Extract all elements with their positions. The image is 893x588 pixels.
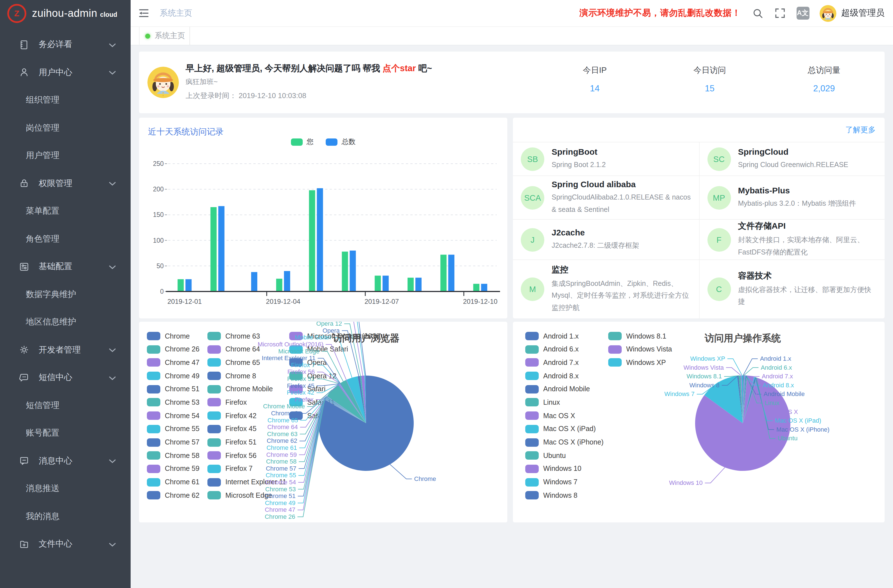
legend-item-Chrome 64[interactable]: Chrome 64 xyxy=(207,345,286,353)
sidebar-item-地区信息维护[interactable]: 地区信息维护 xyxy=(0,308,131,336)
legend-item-Chrome 58[interactable]: Chrome 58 xyxy=(147,451,200,460)
legend-swatch xyxy=(608,358,622,367)
legend-item-Android Mobile[interactable]: Android Mobile xyxy=(525,385,603,394)
legend-item-Safari 11[interactable]: Safari 11 xyxy=(289,398,382,407)
sidebar-item-消息推送[interactable]: 消息推送 xyxy=(0,475,131,502)
legend-label: Chrome 62 xyxy=(165,492,200,499)
svg-text:Android 8.x: Android 8.x xyxy=(763,382,794,389)
legend-item-Firefox 42[interactable]: Firefox 42 xyxy=(207,411,286,420)
legend-swatch xyxy=(147,345,160,353)
legend-item-Windows 8.1[interactable]: Windows 8.1 xyxy=(608,332,672,340)
legend-label: Safari xyxy=(307,385,325,393)
fullscreen-icon[interactable] xyxy=(774,8,785,18)
legend-item-Chrome 51[interactable]: Chrome 51 xyxy=(147,385,200,394)
legend-label: Windows Vista xyxy=(626,345,672,353)
sidebar-item-用户管理[interactable]: 用户管理 xyxy=(0,142,131,170)
legend-label: Safari 11 xyxy=(307,399,335,406)
sidebar-item-消息中心[interactable]: 消息中心 xyxy=(0,447,131,475)
legend-item-Firefox[interactable]: Firefox xyxy=(207,398,286,407)
legend-swatch xyxy=(207,425,221,433)
sidebar-item-数据字典维护[interactable]: 数据字典维护 xyxy=(0,281,131,308)
legend-item-Mobile Safari[interactable]: Mobile Safari xyxy=(289,345,382,353)
legend-item-Windows XP[interactable]: Windows XP xyxy=(608,358,672,367)
learn-more-link[interactable]: 了解更多 xyxy=(845,125,876,135)
sidebar-item-文件中心[interactable]: 文件中心 xyxy=(0,530,131,558)
legend-item-Ubuntu[interactable]: Ubuntu xyxy=(525,451,603,460)
legend-item-您[interactable]: 您 xyxy=(291,137,314,147)
legend-item-Mac OS X (iPhone)[interactable]: Mac OS X (iPhone) xyxy=(525,438,603,447)
legend-item-Linux[interactable]: Linux xyxy=(525,398,603,407)
legend-item-Chrome 65[interactable]: Chrome 65 xyxy=(207,358,286,367)
collapse-menu-icon[interactable] xyxy=(138,7,150,19)
legend-item-Chrome 8[interactable]: Chrome 8 xyxy=(207,371,286,380)
sidebar-item-组织管理[interactable]: 组织管理 xyxy=(0,86,131,114)
legend-item-Chrome Mobile[interactable]: Chrome Mobile xyxy=(207,385,286,394)
legend-item-Opera 12[interactable]: Opera 12 xyxy=(289,371,382,380)
legend-label: Android 6.x xyxy=(543,345,579,353)
sidebar-item-账号配置[interactable]: 账号配置 xyxy=(0,419,131,447)
legend-item-Microsoft Edge[interactable]: Microsoft Edge xyxy=(207,491,286,500)
legend-item-Chrome 47[interactable]: Chrome 47 xyxy=(147,358,200,367)
legend-item-Firefox 45[interactable]: Firefox 45 xyxy=(207,425,286,433)
legend-item-Firefox 51[interactable]: Firefox 51 xyxy=(207,438,286,447)
legend-swatch xyxy=(525,371,539,380)
legend-item-Chrome 53[interactable]: Chrome 53 xyxy=(147,398,200,407)
sidebar-item-我的消息[interactable]: 我的消息 xyxy=(0,502,131,530)
stat-value[interactable]: 2,029 xyxy=(779,84,869,93)
legend-item-Safari[interactable]: Safari xyxy=(289,385,382,394)
legend-swatch xyxy=(525,465,539,473)
legend-item-Windows 10[interactable]: Windows 10 xyxy=(525,465,603,473)
stat-value[interactable]: 15 xyxy=(665,84,755,93)
sidebar-item-短信中心[interactable]: 短信中心 xyxy=(0,364,131,391)
legend-item-Mac OS X (iPad)[interactable]: Mac OS X (iPad) xyxy=(525,425,603,433)
breadcrumb[interactable]: 系统主页 xyxy=(160,8,192,18)
sidebar-item-基础配置[interactable]: 基础配置 xyxy=(0,253,131,281)
legend-item-Opera[interactable]: Opera xyxy=(289,358,382,367)
legend-swatch xyxy=(147,332,160,340)
legend-item-Chrome 63[interactable]: Chrome 63 xyxy=(207,332,286,340)
app-logo[interactable]: Z zuihou-admin cloud xyxy=(0,0,131,26)
sidebar-item-用户中心[interactable]: 用户中心 xyxy=(0,59,131,86)
legend-item-Chrome 54[interactable]: Chrome 54 xyxy=(147,411,200,420)
legend-item-Internet Explorer 11[interactable]: Internet Explorer 11 xyxy=(207,478,286,486)
legend-item-Chrome 26[interactable]: Chrome 26 xyxy=(147,345,200,353)
legend-item-Windows 8[interactable]: Windows 8 xyxy=(525,491,603,500)
sidebar-item-角色管理[interactable]: 角色管理 xyxy=(0,225,131,253)
legend-item-Android 1.x[interactable]: Android 1.x xyxy=(525,332,603,340)
sidebar-item-岗位管理[interactable]: 岗位管理 xyxy=(0,114,131,142)
legend-item-Android 8.x[interactable]: Android 8.x xyxy=(525,371,603,380)
legend-item-Android 6.x[interactable]: Android 6.x xyxy=(525,345,603,353)
search-icon[interactable] xyxy=(752,8,763,19)
app-title-suffix: cloud xyxy=(100,11,117,18)
legend-item-Mac OS X[interactable]: Mac OS X xyxy=(525,411,603,420)
sidebar-item-权限管理[interactable]: 权限管理 xyxy=(0,170,131,197)
legend-item-Chrome[interactable]: Chrome xyxy=(147,332,200,340)
legend-label: Opera 12 xyxy=(307,372,336,380)
stat-value[interactable]: 14 xyxy=(550,84,640,93)
legend-item-Chrome 62[interactable]: Chrome 62 xyxy=(147,491,200,500)
legend-item-Windows Vista[interactable]: Windows Vista xyxy=(608,345,672,353)
sidebar-item-短信管理[interactable]: 短信管理 xyxy=(0,391,131,419)
legend-item-Windows 7[interactable]: Windows 7 xyxy=(525,478,603,486)
sidebar-item-务必详看[interactable]: 务必详看 xyxy=(0,31,131,59)
sidebar-item-label: 岗位管理 xyxy=(26,123,59,134)
star-link[interactable]: 点个star xyxy=(383,63,416,73)
tab-system-home[interactable]: 系统主页 xyxy=(139,27,190,45)
main-content: 早上好, 超级管理员, 今天帮别人解决问题了吗 帮我 点个star 吧~ 疯狂加… xyxy=(131,45,893,588)
legend-item-Firefox 7[interactable]: Firefox 7 xyxy=(207,465,286,473)
legend-item-Firefox 56[interactable]: Firefox 56 xyxy=(207,451,286,460)
legend-item-Chrome 49[interactable]: Chrome 49 xyxy=(147,371,200,380)
current-user-name[interactable]: 超级管理员 xyxy=(841,7,885,19)
font-size-icon[interactable]: A文 xyxy=(796,7,809,20)
legend-item-总数[interactable]: 总数 xyxy=(326,137,356,147)
legend-item-Safari 9[interactable]: Safari 9 xyxy=(289,411,382,420)
user-avatar[interactable] xyxy=(819,5,836,22)
legend-item-Chrome 59[interactable]: Chrome 59 xyxy=(147,465,200,473)
sidebar-item-菜单配置[interactable]: 菜单配置 xyxy=(0,197,131,225)
legend-item-Android 7.x[interactable]: Android 7.x xyxy=(525,358,603,367)
legend-item-Chrome 57[interactable]: Chrome 57 xyxy=(147,438,200,447)
greeting-subtitle: 疯狂加班~ xyxy=(186,77,218,87)
legend-item-Chrome 61[interactable]: Chrome 61 xyxy=(147,478,200,486)
sidebar-item-开发者管理[interactable]: 开发者管理 xyxy=(0,336,131,364)
legend-item-Chrome 55[interactable]: Chrome 55 xyxy=(147,425,200,433)
